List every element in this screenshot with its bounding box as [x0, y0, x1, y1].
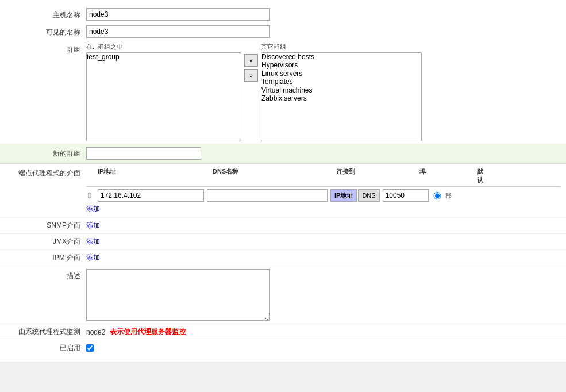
if-headers: IP地址 DNS名称 连接到 埠 默认	[86, 167, 560, 187]
interface-section: 端点代理程式的介面 IP地址 DNS名称 连接到 埠 默认 ⇕	[0, 163, 566, 217]
default-col-header: 默认	[477, 167, 500, 185]
enabled-label: 已启用	[6, 343, 86, 353]
ip-input[interactable]	[98, 189, 204, 202]
in-group-label: 在...群组之中	[86, 43, 241, 51]
jmx-label: JMX介面	[6, 237, 86, 247]
drag-handle[interactable]: ⇕	[86, 191, 98, 200]
new-group-label: 新的群组	[6, 149, 86, 159]
group-label: 群组	[6, 43, 86, 55]
add-interface-link[interactable]: 添加	[86, 204, 560, 214]
interface-table: IP地址 DNS名称 连接到 埠 默认 ⇕ IP地址 DNS	[86, 167, 560, 214]
default-radio[interactable]	[432, 192, 443, 199]
ipmi-label: IPMI介面	[6, 253, 86, 263]
other-group-section: 其它群组 Discovered hosts Hypervisors Linux …	[261, 43, 422, 141]
proxy-label: 由系统代理程式监测	[6, 327, 86, 337]
snmp-label: SNMP介面	[6, 221, 86, 230]
dns-input[interactable]	[207, 189, 328, 202]
dns-connect-button[interactable]: DNS	[358, 189, 379, 202]
hostname-content	[86, 8, 560, 21]
group-row: 群组 在...群组之中 test_group « » 其它群组 Discover…	[0, 40, 566, 144]
other-group-select[interactable]: Discovered hosts Hypervisors Linux serve…	[261, 52, 422, 141]
visible-name-content	[86, 25, 560, 38]
hostname-row: 主机名称	[0, 6, 566, 23]
ip-col-header: IP地址	[98, 167, 213, 185]
proxy-row: 由系统代理程式监测 node2 表示使用代理服务器监控	[0, 324, 566, 340]
in-group-select[interactable]: test_group	[86, 52, 241, 141]
snmp-row: SNMP介面 添加	[0, 217, 566, 233]
interface-label: 端点代理程式的介面	[6, 167, 86, 178]
jmx-add-link[interactable]: 添加	[86, 237, 100, 247]
new-group-row: 新的群组	[0, 144, 566, 163]
ip-connect-button[interactable]: IP地址	[330, 189, 357, 202]
move-right-button[interactable]: »	[244, 69, 258, 82]
proxy-note: 表示使用代理服务器监控	[110, 327, 186, 337]
port-input[interactable]	[383, 189, 429, 202]
proxy-value: node2	[86, 328, 105, 336]
interface-header: 端点代理程式的介面 IP地址 DNS名称 连接到 埠 默认 ⇕	[0, 164, 566, 217]
other-group-label: 其它群组	[261, 43, 422, 51]
proxy-content: node2 表示使用代理服务器监控	[86, 327, 186, 337]
visible-name-input[interactable]	[86, 25, 270, 38]
desc-textarea[interactable]	[86, 269, 270, 321]
add-link[interactable]: 添加	[86, 205, 100, 213]
dns-col-header: DNS名称	[213, 167, 336, 185]
in-group-section: 在...群组之中 test_group	[86, 43, 241, 141]
move-left-button[interactable]: «	[244, 54, 258, 67]
hostname-input[interactable]	[86, 8, 270, 21]
host-form: 主机名称 可见的名称 群组 在...群组之中 test_group « »	[0, 0, 566, 362]
port-col-header: 埠	[419, 167, 477, 185]
snmp-add-link[interactable]: 添加	[86, 221, 100, 230]
new-group-input[interactable]	[86, 147, 201, 160]
move-icon: 移	[445, 191, 452, 200]
visible-name-label: 可见的名称	[6, 25, 86, 37]
desc-label: 描述	[6, 269, 86, 281]
ipmi-row: IPMI介面 添加	[0, 249, 566, 266]
group-box-section: 在...群组之中 test_group « » 其它群组 Discovered …	[86, 43, 422, 141]
arrow-buttons: « »	[244, 43, 258, 82]
connect-buttons: IP地址 DNS	[330, 189, 380, 202]
connect-col-header: 连接到	[336, 167, 419, 185]
jmx-row: JMX介面 添加	[0, 233, 566, 249]
enabled-row: 已启用	[0, 340, 566, 356]
hostname-label: 主机名称	[6, 8, 86, 20]
desc-row: 描述	[0, 266, 566, 324]
visible-name-row: 可见的名称	[0, 23, 566, 40]
enabled-checkbox[interactable]	[86, 344, 94, 352]
interface-row: ⇕ IP地址 DNS 移	[86, 189, 560, 202]
ipmi-add-link[interactable]: 添加	[86, 253, 100, 263]
